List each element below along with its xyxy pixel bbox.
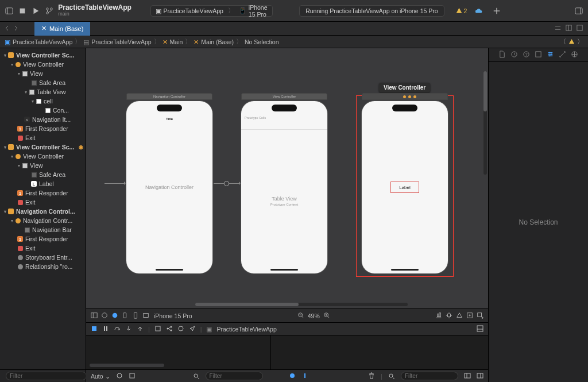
- tab-main-storyboard[interactable]: ✕ Main (Base): [34, 22, 90, 36]
- outline-contentview[interactable]: Con...: [0, 106, 86, 115]
- nav-toggle-button[interactable]: [5, 5, 13, 17]
- scope-icon[interactable]: [116, 372, 123, 380]
- outline-scene-1[interactable]: ▾View Controller Sc...: [0, 51, 86, 60]
- vars-pane-toggle[interactable]: [464, 372, 471, 380]
- outline-exit-1[interactable]: Exit: [0, 133, 86, 142]
- crumb-1[interactable]: PracticeTableViewApp: [91, 38, 151, 45]
- attributes-inspector-tab[interactable]: [547, 50, 554, 60]
- variables-h-scrollbar[interactable]: [90, 364, 164, 367]
- scene-dock-3[interactable]: [362, 93, 448, 100]
- outline-tableview[interactable]: ▾Table View: [0, 87, 86, 97]
- inspector-toggle-button[interactable]: [575, 5, 583, 17]
- memory-graph-button[interactable]: [166, 325, 173, 333]
- jump-bar[interactable]: ▣ PracticeTableViewApp〉 ▤ PracticeTableV…: [0, 36, 588, 48]
- crumb-3[interactable]: Main (Base): [201, 38, 234, 45]
- embed-button[interactable]: [466, 312, 473, 320]
- file-inspector-tab[interactable]: [498, 50, 506, 60]
- variables-pane[interactable]: [86, 335, 271, 369]
- segue-node-icon[interactable]: [224, 181, 229, 186]
- warning-badge[interactable]: 2: [456, 7, 467, 14]
- pin-button[interactable]: [446, 312, 452, 320]
- scene-tableview-controller[interactable]: View Controller Prototype Cells Table Vi…: [241, 101, 327, 273]
- step-out-button[interactable]: [137, 325, 144, 333]
- history-inspector-tab[interactable]: [510, 50, 518, 60]
- outline-safearea-2[interactable]: Safe Area: [0, 170, 86, 179]
- outline-issues-prev[interactable]: 〈: [560, 38, 566, 46]
- align-button[interactable]: [435, 312, 442, 320]
- trash-button[interactable]: [368, 372, 375, 380]
- size-inspector-tab[interactable]: [559, 50, 566, 60]
- outline-entrypoint[interactable]: Storyboard Entr...: [0, 253, 86, 262]
- zoom-in-button[interactable]: [323, 312, 330, 320]
- environment-button[interactable]: [177, 325, 184, 333]
- entry-point-arrow[interactable]: [105, 183, 125, 184]
- orientation-button[interactable]: [122, 312, 129, 320]
- outline-safearea-1[interactable]: Safe Area: [0, 78, 86, 87]
- outline-navbar[interactable]: Navigation Bar: [0, 225, 86, 234]
- adjust-editor-button[interactable]: [565, 24, 572, 34]
- scope2-icon[interactable]: [129, 372, 136, 380]
- crumb-4[interactable]: No Selection: [245, 38, 279, 45]
- console-pane-toggle[interactable]: [477, 372, 483, 380]
- help-inspector-tab[interactable]: ?: [523, 50, 530, 60]
- outline-scene-2[interactable]: ▾View Controller Sc...◉: [0, 142, 86, 152]
- view-debug-button[interactable]: [154, 325, 161, 333]
- prototype-cell[interactable]: [241, 122, 327, 130]
- outline-firstresponder-1[interactable]: 1First Responder: [0, 124, 86, 133]
- library-plus-button[interactable]: [477, 312, 483, 320]
- appearance-button[interactable]: [111, 312, 118, 320]
- location-button[interactable]: [189, 325, 196, 333]
- canvas-h-scrollbar[interactable]: [195, 303, 408, 306]
- outline-view-2[interactable]: ▾View: [0, 161, 86, 170]
- debug-process-label[interactable]: PracticeTableViewApp: [216, 326, 276, 333]
- back-button[interactable]: [3, 24, 10, 34]
- outline-view-1[interactable]: ▾View: [0, 69, 86, 78]
- scene-navigation-controller[interactable]: Navigation Controller Title Navigation C…: [126, 101, 212, 273]
- scene-dock-1[interactable]: Navigation Controller: [126, 93, 212, 100]
- outline-navcontroller[interactable]: ▾Navigation Contr...: [0, 216, 86, 225]
- step-over-button[interactable]: [114, 325, 121, 333]
- console-output-toggle[interactable]: [289, 372, 296, 380]
- outline-issues-next[interactable]: 〉: [577, 38, 583, 46]
- storyboard-canvas[interactable]: Navigation Controller Title Navigation C…: [86, 48, 488, 308]
- outline-relationship[interactable]: Relationship "ro...: [0, 262, 86, 271]
- variables-filter-input[interactable]: [206, 372, 263, 380]
- forward-button[interactable]: [13, 24, 20, 34]
- outline-navitem[interactable]: <Navigation It...: [0, 115, 86, 124]
- add-editor-button[interactable]: [576, 24, 583, 34]
- branch-icon[interactable]: [45, 5, 53, 17]
- device-button[interactable]: [132, 312, 139, 320]
- outline-toggle-button[interactable]: [91, 312, 98, 320]
- device-label[interactable]: iPhone 15 Pro: [154, 312, 192, 319]
- outline-tree[interactable]: ▾View Controller Sc... ▾View Controller …: [0, 48, 86, 369]
- outline-vc-1[interactable]: ▾View Controller: [0, 60, 86, 69]
- outline-exit-2[interactable]: Exit: [0, 198, 86, 207]
- step-into-button[interactable]: [125, 325, 132, 333]
- console-metadata-toggle[interactable]: [301, 372, 308, 380]
- debug-controls-button[interactable]: [91, 325, 98, 333]
- cloud-status-icon[interactable]: [475, 7, 483, 14]
- console-filter-input[interactable]: [401, 372, 458, 380]
- console-pane[interactable]: [271, 335, 488, 369]
- uilabel-element[interactable]: Label: [390, 182, 419, 193]
- scheme-selector[interactable]: ▣ PracticeTableViewApp 〉 📱 iPhone 15 Pro: [150, 5, 273, 17]
- outline-exit-3[interactable]: Exit: [0, 244, 86, 253]
- auto-menu[interactable]: Auto ⌄: [91, 373, 110, 380]
- outline-label[interactable]: LLabel: [0, 179, 86, 188]
- crumb-0[interactable]: PracticeTableViewApp: [13, 38, 72, 45]
- outline-cell[interactable]: ▾cell: [0, 97, 86, 106]
- accessibility-button[interactable]: [142, 312, 149, 320]
- assistant-button[interactable]: [101, 312, 108, 320]
- outline-firstresponder-3[interactable]: 1First Responder: [0, 234, 86, 244]
- run-button[interactable]: [32, 5, 40, 17]
- identity-inspector-tab[interactable]: [535, 50, 542, 60]
- debug-area-toggle[interactable]: [477, 325, 483, 333]
- stop-button[interactable]: [18, 5, 26, 17]
- scene-label-controller[interactable]: Label: [362, 101, 448, 273]
- crumb-2[interactable]: Main: [170, 38, 183, 45]
- connections-inspector-tab[interactable]: [571, 50, 578, 60]
- library-button[interactable]: [492, 5, 501, 17]
- related-items-button[interactable]: [554, 24, 562, 34]
- resolve-button[interactable]: [456, 312, 463, 320]
- zoom-out-button[interactable]: [297, 312, 304, 320]
